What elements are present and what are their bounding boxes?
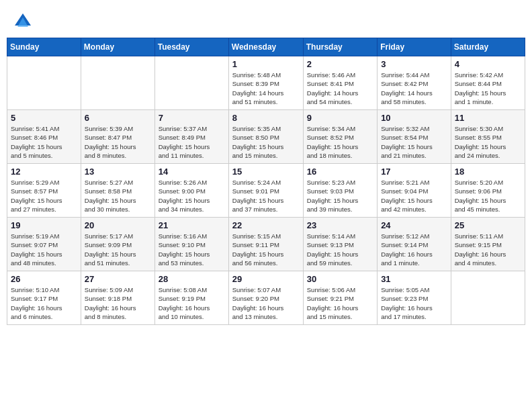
day-number: 15 <box>232 167 300 177</box>
calendar-week-row: 26Sunrise: 5:10 AMSunset: 9:17 PMDayligh… <box>7 271 525 325</box>
day-number: 25 <box>455 220 521 230</box>
day-number: 26 <box>11 274 77 284</box>
day-info: Sunrise: 5:26 AMSunset: 9:00 PMDaylight:… <box>159 178 225 214</box>
calendar-cell: 2Sunrise: 5:46 AMSunset: 8:41 PMDaylight… <box>303 56 377 110</box>
calendar-table: SundayMondayTuesdayWednesdayThursdayFrid… <box>7 38 525 325</box>
calendar-cell: 26Sunrise: 5:10 AMSunset: 9:17 PMDayligh… <box>7 271 81 325</box>
calendar-cell: 10Sunrise: 5:32 AMSunset: 8:54 PMDayligh… <box>378 110 451 164</box>
day-info: Sunrise: 5:14 AMSunset: 9:13 PMDaylight:… <box>307 232 373 267</box>
calendar-cell: 30Sunrise: 5:06 AMSunset: 9:21 PMDayligh… <box>303 271 377 325</box>
calendar-cell: 27Sunrise: 5:09 AMSunset: 9:18 PMDayligh… <box>81 271 154 325</box>
day-number: 11 <box>455 113 521 123</box>
day-info: Sunrise: 5:27 AMSunset: 8:58 PMDaylight:… <box>85 178 151 214</box>
day-info: Sunrise: 5:20 AMSunset: 9:06 PMDaylight:… <box>455 178 521 214</box>
calendar-cell: 25Sunrise: 5:11 AMSunset: 9:15 PMDayligh… <box>451 218 525 271</box>
weekday-header: Monday <box>81 38 154 56</box>
day-info: Sunrise: 5:10 AMSunset: 9:17 PMDaylight:… <box>11 285 77 321</box>
day-number: 23 <box>307 220 373 230</box>
logo-icon <box>13 12 32 31</box>
calendar-cell <box>7 56 81 110</box>
calendar-week-row: 19Sunrise: 5:19 AMSunset: 9:07 PMDayligh… <box>7 218 525 271</box>
day-number: 14 <box>159 167 225 177</box>
calendar-header: SundayMondayTuesdayWednesdayThursdayFrid… <box>7 38 525 56</box>
day-info: Sunrise: 5:05 AMSunset: 9:23 PMDaylight:… <box>381 285 447 321</box>
calendar-week-row: 1Sunrise: 5:48 AMSunset: 8:39 PMDaylight… <box>7 56 525 110</box>
day-number: 24 <box>381 220 447 230</box>
day-number: 8 <box>232 113 300 123</box>
day-info: Sunrise: 5:37 AMSunset: 8:49 PMDaylight:… <box>159 124 225 160</box>
day-info: Sunrise: 5:41 AMSunset: 8:46 PMDaylight:… <box>11 124 77 160</box>
day-info: Sunrise: 5:30 AMSunset: 8:55 PMDaylight:… <box>455 124 521 160</box>
day-info: Sunrise: 5:17 AMSunset: 9:09 PMDaylight:… <box>85 232 151 267</box>
day-number: 22 <box>232 220 300 230</box>
calendar-cell: 3Sunrise: 5:44 AMSunset: 8:42 PMDaylight… <box>378 56 451 110</box>
day-number: 7 <box>159 113 225 123</box>
day-info: Sunrise: 5:34 AMSunset: 8:52 PMDaylight:… <box>307 124 373 160</box>
day-info: Sunrise: 5:11 AMSunset: 9:15 PMDaylight:… <box>455 232 521 267</box>
day-number: 19 <box>11 220 77 230</box>
weekday-row: SundayMondayTuesdayWednesdayThursdayFrid… <box>7 38 525 56</box>
calendar-cell: 17Sunrise: 5:21 AMSunset: 9:04 PMDayligh… <box>378 164 451 218</box>
calendar-cell: 31Sunrise: 5:05 AMSunset: 9:23 PMDayligh… <box>378 271 451 325</box>
calendar-cell: 4Sunrise: 5:42 AMSunset: 8:44 PMDaylight… <box>451 56 525 110</box>
calendar-cell: 28Sunrise: 5:08 AMSunset: 9:19 PMDayligh… <box>154 271 228 325</box>
day-info: Sunrise: 5:15 AMSunset: 9:11 PMDaylight:… <box>232 232 300 267</box>
calendar-cell: 11Sunrise: 5:30 AMSunset: 8:55 PMDayligh… <box>451 110 525 164</box>
day-info: Sunrise: 5:16 AMSunset: 9:10 PMDaylight:… <box>159 232 225 267</box>
day-number: 9 <box>307 113 373 123</box>
weekday-header: Thursday <box>303 38 377 56</box>
day-info: Sunrise: 5:24 AMSunset: 9:01 PMDaylight:… <box>232 178 300 214</box>
calendar-cell: 9Sunrise: 5:34 AMSunset: 8:52 PMDaylight… <box>303 110 377 164</box>
day-number: 4 <box>455 59 521 69</box>
calendar-week-row: 5Sunrise: 5:41 AMSunset: 8:46 PMDaylight… <box>7 110 525 164</box>
day-number: 29 <box>232 274 300 284</box>
day-info: Sunrise: 5:29 AMSunset: 8:57 PMDaylight:… <box>11 178 77 214</box>
day-info: Sunrise: 5:48 AMSunset: 8:39 PMDaylight:… <box>232 71 300 106</box>
calendar-cell: 24Sunrise: 5:12 AMSunset: 9:14 PMDayligh… <box>378 218 451 271</box>
calendar-cell <box>451 271 525 325</box>
weekday-header: Friday <box>378 38 451 56</box>
day-number: 5 <box>11 113 77 123</box>
day-number: 21 <box>159 220 225 230</box>
day-number: 31 <box>381 274 447 284</box>
day-number: 17 <box>381 167 447 177</box>
day-number: 2 <box>307 59 373 69</box>
calendar-cell: 23Sunrise: 5:14 AMSunset: 9:13 PMDayligh… <box>303 218 377 271</box>
day-info: Sunrise: 5:09 AMSunset: 9:18 PMDaylight:… <box>85 285 151 321</box>
day-info: Sunrise: 5:06 AMSunset: 9:21 PMDaylight:… <box>307 285 373 321</box>
calendar-cell: 29Sunrise: 5:07 AMSunset: 9:20 PMDayligh… <box>228 271 303 325</box>
calendar-cell: 5Sunrise: 5:41 AMSunset: 8:46 PMDaylight… <box>7 110 81 164</box>
day-info: Sunrise: 5:42 AMSunset: 8:44 PMDaylight:… <box>455 71 521 106</box>
day-info: Sunrise: 5:21 AMSunset: 9:04 PMDaylight:… <box>381 178 447 214</box>
day-number: 1 <box>232 59 300 69</box>
day-number: 3 <box>381 59 447 69</box>
day-number: 28 <box>159 274 225 284</box>
day-info: Sunrise: 5:23 AMSunset: 9:03 PMDaylight:… <box>307 178 373 214</box>
day-info: Sunrise: 5:35 AMSunset: 8:50 PMDaylight:… <box>232 124 300 160</box>
day-info: Sunrise: 5:07 AMSunset: 9:20 PMDaylight:… <box>232 285 300 321</box>
day-number: 12 <box>11 167 77 177</box>
day-info: Sunrise: 5:12 AMSunset: 9:14 PMDaylight:… <box>381 232 447 267</box>
day-info: Sunrise: 5:19 AMSunset: 9:07 PMDaylight:… <box>11 232 77 267</box>
calendar-cell: 8Sunrise: 5:35 AMSunset: 8:50 PMDaylight… <box>228 110 303 164</box>
day-number: 20 <box>85 220 151 230</box>
day-info: Sunrise: 5:46 AMSunset: 8:41 PMDaylight:… <box>307 71 373 106</box>
day-info: Sunrise: 5:08 AMSunset: 9:19 PMDaylight:… <box>159 285 225 321</box>
weekday-header: Sunday <box>7 38 81 56</box>
calendar-cell: 15Sunrise: 5:24 AMSunset: 9:01 PMDayligh… <box>228 164 303 218</box>
weekday-header: Wednesday <box>228 38 303 56</box>
calendar-cell: 1Sunrise: 5:48 AMSunset: 8:39 PMDaylight… <box>228 56 303 110</box>
day-info: Sunrise: 5:44 AMSunset: 8:42 PMDaylight:… <box>381 71 447 106</box>
day-number: 27 <box>85 274 151 284</box>
calendar-cell: 7Sunrise: 5:37 AMSunset: 8:49 PMDaylight… <box>154 110 228 164</box>
calendar-cell: 22Sunrise: 5:15 AMSunset: 9:11 PMDayligh… <box>228 218 303 271</box>
weekday-header: Tuesday <box>154 38 228 56</box>
weekday-header: Saturday <box>451 38 525 56</box>
calendar-cell: 18Sunrise: 5:20 AMSunset: 9:06 PMDayligh… <box>451 164 525 218</box>
calendar-cell <box>154 56 228 110</box>
day-info: Sunrise: 5:39 AMSunset: 8:47 PMDaylight:… <box>85 124 151 160</box>
day-info: Sunrise: 5:32 AMSunset: 8:54 PMDaylight:… <box>381 124 447 160</box>
calendar-body: 1Sunrise: 5:48 AMSunset: 8:39 PMDaylight… <box>7 56 525 325</box>
day-number: 30 <box>307 274 373 284</box>
logo <box>13 12 35 31</box>
